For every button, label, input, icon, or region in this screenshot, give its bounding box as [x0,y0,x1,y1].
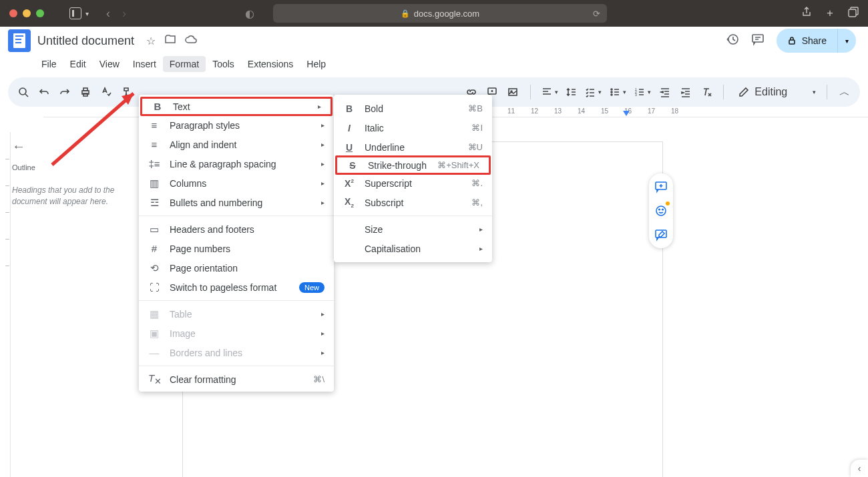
tab-overview-icon[interactable] [848,7,859,21]
nav-arrows: ‹ › [106,7,126,21]
app-area: Untitled document ☆ [0,27,868,477]
star-icon[interactable]: ☆ [146,35,156,47]
refresh-icon[interactable]: ⟳ [593,9,600,19]
cloud-icon[interactable] [185,35,197,47]
ruler-tick: 12 [531,107,538,115]
indent-decrease-icon[interactable] [659,87,672,97]
paint-format-icon[interactable] [121,87,134,97]
hash-icon: # [148,243,160,254]
new-tab-icon[interactable]: + [827,7,833,21]
format-columns[interactable]: ▥ Columns ▸ [139,173,334,193]
clear-formatting-icon[interactable] [700,87,713,97]
move-icon[interactable] [165,35,176,47]
bullet-list-dropdown[interactable]: ▾ [610,87,626,97]
shortcut: ⌘B [468,103,483,113]
format-table: ▦ Table ▸ [139,304,334,324]
submenu-arrow-icon: ▸ [321,199,324,206]
format-page-orientation[interactable]: ⟲ Page orientation [139,258,334,278]
menu-label: Underline [365,142,405,153]
numbered-list-dropdown[interactable]: 123▾ [634,87,651,97]
format-line-spacing[interactable]: ‡≡ Line & paragraph spacing ▸ [139,154,334,173]
align-dropdown[interactable]: ▾ [541,87,558,97]
mode-dropdown[interactable]: Editing ▾ [738,86,816,98]
redo-icon[interactable] [59,87,71,97]
menu-file[interactable]: File [35,56,63,72]
strikethrough-icon: S [347,160,359,171]
history-icon[interactable] [726,33,739,49]
text-strikethrough[interactable]: S Strike-through ⌘+Shift+X [335,155,491,175]
format-pageless[interactable]: ⛶ Switch to pageless format New [139,278,334,297]
back-icon[interactable]: ‹ [106,7,110,21]
format-paragraph-styles[interactable]: ≡ Paragraph styles ▸ [139,115,334,135]
emoji-reaction-side[interactable] [653,203,669,219]
privacy-shield-icon[interactable]: ◐ [245,7,254,20]
text-superscript[interactable]: X2 Superscript ⌘. [334,173,492,193]
header-footer-icon: ▭ [148,223,160,235]
explore-button[interactable]: ‹ [851,460,868,477]
comments-icon[interactable] [751,33,765,49]
share-icon[interactable] [801,7,812,21]
menu-insert[interactable]: Insert [126,56,163,72]
table-icon: ▦ [148,308,160,320]
text-capitalisation[interactable]: Capitalisation ▸ [334,239,492,258]
menu-label: Size [365,224,383,235]
print-icon[interactable] [79,87,92,97]
forward-icon[interactable]: › [122,7,126,21]
outline-sidebar: ← Outline Headings that you add to the d… [12,139,146,207]
svg-rect-4 [789,40,795,44]
add-comment-side[interactable] [653,179,669,195]
format-headers-footers[interactable]: ▭ Headers and footers [139,219,334,239]
text-italic[interactable]: I Italic ⌘I [334,118,492,137]
suggest-edits-side[interactable] [653,227,669,243]
submenu-arrow-icon: ▸ [318,103,321,110]
new-badge: New [299,282,324,293]
collapse-toolbar-icon[interactable]: ︿ [838,85,851,99]
text-underline[interactable]: U Underline ⌘U [334,137,492,157]
format-menu-dropdown: B Text ▸ ≡ Paragraph styles ▸ ≡ Align an… [139,95,334,392]
text-subscript[interactable]: X2 Subscript ⌘, [334,193,492,212]
menu-label: Line & paragraph spacing [170,159,276,169]
undo-icon[interactable] [38,87,51,97]
docs-logo[interactable] [8,29,31,52]
maximize-window[interactable] [36,9,44,17]
search-icon[interactable] [17,87,30,97]
document-title[interactable]: Untitled document [37,34,134,48]
menu-label: Paragraph styles [170,120,240,131]
format-text[interactable]: B Text ▸ [140,97,333,116]
address-bar[interactable]: 🔒 docs.google.com ⟳ [273,4,607,23]
share-button[interactable]: Share [777,29,837,53]
menu-view[interactable]: View [93,56,126,72]
format-bullets-numbering[interactable]: ☲ Bullets and numbering ▸ [139,193,334,212]
share-dropdown[interactable]: ▾ [837,29,856,53]
minimize-window[interactable] [23,9,31,17]
outline-title: Outline [12,163,146,171]
vertical-ruler [0,132,11,477]
format-clear-formatting[interactable]: T✕ Clear formatting ⌘\ [139,370,334,389]
menu-help[interactable]: Help [300,56,333,72]
submenu-arrow-icon: ▸ [321,179,324,187]
menu-edit[interactable]: Edit [63,56,93,72]
insert-image-icon[interactable] [507,87,519,97]
lock-icon: 🔒 [401,9,410,18]
format-align-indent[interactable]: ≡ Align and indent ▸ [139,135,334,154]
menu-tools[interactable]: Tools [206,56,241,72]
close-window[interactable] [9,9,17,17]
indent-increase-icon[interactable] [680,87,692,97]
chevron-down-icon: ▾ [813,89,816,95]
menu-format[interactable]: Format [163,56,206,72]
chevron-down-icon[interactable]: ▾ [85,10,89,17]
checklist-dropdown[interactable]: ▾ [585,87,602,97]
menu-extensions[interactable]: Extensions [241,56,300,72]
sidebar-icon[interactable] [69,7,81,19]
format-page-numbers[interactable]: # Page numbers [139,239,334,258]
text-bold[interactable]: B Bold ⌘B [334,99,492,118]
outline-back-icon[interactable]: ← [12,139,25,154]
line-spacing-dropdown[interactable] [566,87,577,97]
text-size[interactable]: Size ▸ [334,219,492,239]
columns-icon: ▥ [148,177,160,189]
svg-point-19 [656,206,666,215]
share-button-group: Share ▾ [777,29,856,53]
svg-rect-3 [752,35,763,42]
url-text: docs.google.com [414,9,479,19]
spellcheck-icon[interactable] [100,87,113,97]
